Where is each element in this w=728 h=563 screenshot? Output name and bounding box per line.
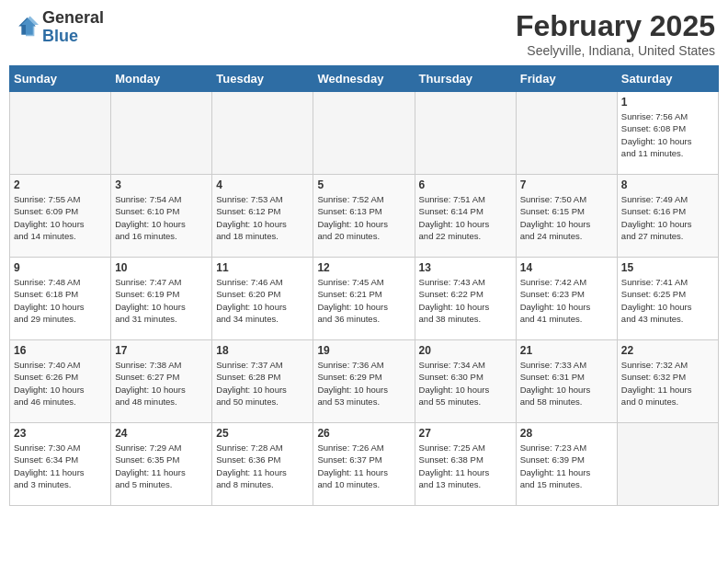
day-number: 7	[520, 178, 613, 191]
calendar-cell: 21Sunrise: 7:33 AM Sunset: 6:31 PM Dayli…	[516, 340, 617, 423]
day-number: 26	[317, 427, 410, 440]
day-number: 20	[419, 344, 512, 357]
day-header-friday: Friday	[516, 66, 617, 92]
day-info: Sunrise: 7:23 AM Sunset: 6:39 PM Dayligh…	[520, 442, 613, 490]
calendar-cell: 28Sunrise: 7:23 AM Sunset: 6:39 PM Dayli…	[516, 423, 617, 506]
calendar-cell: 25Sunrise: 7:28 AM Sunset: 6:36 PM Dayli…	[212, 423, 313, 506]
day-number: 28	[520, 427, 613, 440]
logo-text: General Blue	[42, 9, 104, 46]
day-number: 5	[317, 178, 410, 191]
calendar-cell	[617, 423, 718, 506]
day-number: 17	[115, 344, 208, 357]
day-number: 15	[621, 261, 714, 274]
calendar-cell: 26Sunrise: 7:26 AM Sunset: 6:37 PM Dayli…	[313, 423, 415, 506]
calendar-cell: 18Sunrise: 7:37 AM Sunset: 6:28 PM Dayli…	[212, 340, 313, 423]
day-header-wednesday: Wednesday	[313, 66, 415, 92]
calendar-week-1: 2Sunrise: 7:55 AM Sunset: 6:09 PM Daylig…	[10, 175, 719, 258]
day-info: Sunrise: 7:37 AM Sunset: 6:28 PM Dayligh…	[216, 359, 309, 408]
day-number: 4	[216, 178, 309, 191]
day-number: 11	[216, 261, 309, 274]
day-number: 25	[216, 427, 309, 440]
calendar-cell: 17Sunrise: 7:38 AM Sunset: 6:27 PM Dayli…	[111, 340, 212, 423]
day-info: Sunrise: 7:52 AM Sunset: 6:13 PM Dayligh…	[317, 193, 410, 242]
day-info: Sunrise: 7:33 AM Sunset: 6:31 PM Dayligh…	[520, 359, 613, 408]
day-info: Sunrise: 7:46 AM Sunset: 6:20 PM Dayligh…	[216, 276, 309, 325]
day-info: Sunrise: 7:30 AM Sunset: 6:34 PM Dayligh…	[14, 442, 107, 490]
day-number: 22	[621, 344, 714, 357]
day-info: Sunrise: 7:50 AM Sunset: 6:15 PM Dayligh…	[520, 193, 613, 242]
calendar-title: February 2025	[516, 9, 715, 43]
day-header-monday: Monday	[111, 66, 212, 92]
calendar-cell: 1Sunrise: 7:56 AM Sunset: 6:08 PM Daylig…	[617, 92, 718, 175]
day-number: 21	[520, 344, 613, 357]
calendar-cell: 19Sunrise: 7:36 AM Sunset: 6:29 PM Dayli…	[313, 340, 415, 423]
calendar-week-4: 23Sunrise: 7:30 AM Sunset: 6:34 PM Dayli…	[10, 423, 719, 506]
day-header-tuesday: Tuesday	[212, 66, 313, 92]
day-number: 19	[317, 344, 410, 357]
day-info: Sunrise: 7:48 AM Sunset: 6:18 PM Dayligh…	[14, 276, 107, 325]
day-number: 13	[419, 261, 512, 274]
calendar-cell: 15Sunrise: 7:41 AM Sunset: 6:25 PM Dayli…	[617, 258, 718, 340]
calendar-cell	[111, 92, 212, 175]
calendar-cell: 11Sunrise: 7:46 AM Sunset: 6:20 PM Dayli…	[212, 258, 313, 340]
calendar-cell: 2Sunrise: 7:55 AM Sunset: 6:09 PM Daylig…	[10, 175, 111, 258]
calendar-cell: 27Sunrise: 7:25 AM Sunset: 6:38 PM Dayli…	[415, 423, 516, 506]
day-info: Sunrise: 7:43 AM Sunset: 6:22 PM Dayligh…	[419, 276, 512, 325]
day-info: Sunrise: 7:56 AM Sunset: 6:08 PM Dayligh…	[621, 110, 714, 159]
calendar-header-row: SundayMondayTuesdayWednesdayThursdayFrid…	[10, 66, 719, 92]
calendar-cell	[10, 92, 111, 175]
day-info: Sunrise: 7:53 AM Sunset: 6:12 PM Dayligh…	[216, 193, 309, 242]
day-header-saturday: Saturday	[617, 66, 718, 92]
calendar-location: Seelyville, Indiana, United States	[516, 43, 715, 58]
calendar-week-3: 16Sunrise: 7:40 AM Sunset: 6:26 PM Dayli…	[10, 340, 719, 423]
day-header-sunday: Sunday	[10, 66, 111, 92]
day-info: Sunrise: 7:54 AM Sunset: 6:10 PM Dayligh…	[115, 193, 208, 242]
calendar-cell: 7Sunrise: 7:50 AM Sunset: 6:15 PM Daylig…	[516, 175, 617, 258]
calendar-table: SundayMondayTuesdayWednesdayThursdayFrid…	[9, 65, 719, 506]
calendar-cell: 16Sunrise: 7:40 AM Sunset: 6:26 PM Dayli…	[10, 340, 111, 423]
day-number: 8	[621, 178, 714, 191]
calendar-cell	[313, 92, 415, 175]
day-number: 16	[14, 344, 107, 357]
calendar-week-2: 9Sunrise: 7:48 AM Sunset: 6:18 PM Daylig…	[10, 258, 719, 340]
day-number: 10	[115, 261, 208, 274]
calendar-cell: 20Sunrise: 7:34 AM Sunset: 6:30 PM Dayli…	[415, 340, 516, 423]
day-number: 14	[520, 261, 613, 274]
calendar-cell: 14Sunrise: 7:42 AM Sunset: 6:23 PM Dayli…	[516, 258, 617, 340]
day-info: Sunrise: 7:45 AM Sunset: 6:21 PM Dayligh…	[317, 276, 410, 325]
calendar-cell: 4Sunrise: 7:53 AM Sunset: 6:12 PM Daylig…	[212, 175, 313, 258]
calendar-cell	[516, 92, 617, 175]
day-number: 3	[115, 178, 208, 191]
calendar-cell: 6Sunrise: 7:51 AM Sunset: 6:14 PM Daylig…	[415, 175, 516, 258]
calendar-cell: 10Sunrise: 7:47 AM Sunset: 6:19 PM Dayli…	[111, 258, 212, 340]
day-number: 2	[14, 178, 107, 191]
day-number: 12	[317, 261, 410, 274]
day-info: Sunrise: 7:36 AM Sunset: 6:29 PM Dayligh…	[317, 359, 410, 408]
calendar-cell: 23Sunrise: 7:30 AM Sunset: 6:34 PM Dayli…	[10, 423, 111, 506]
calendar-cell: 3Sunrise: 7:54 AM Sunset: 6:10 PM Daylig…	[111, 175, 212, 258]
calendar-cell: 22Sunrise: 7:32 AM Sunset: 6:32 PM Dayli…	[617, 340, 718, 423]
day-number: 27	[419, 427, 512, 440]
day-info: Sunrise: 7:40 AM Sunset: 6:26 PM Dayligh…	[14, 359, 107, 408]
calendar-cell: 13Sunrise: 7:43 AM Sunset: 6:22 PM Dayli…	[415, 258, 516, 340]
day-number: 18	[216, 344, 309, 357]
calendar-cell: 9Sunrise: 7:48 AM Sunset: 6:18 PM Daylig…	[10, 258, 111, 340]
day-info: Sunrise: 7:49 AM Sunset: 6:16 PM Dayligh…	[621, 193, 714, 242]
day-info: Sunrise: 7:34 AM Sunset: 6:30 PM Dayligh…	[419, 359, 512, 408]
calendar-week-0: 1Sunrise: 7:56 AM Sunset: 6:08 PM Daylig…	[10, 92, 719, 175]
day-number: 23	[14, 427, 107, 440]
day-info: Sunrise: 7:42 AM Sunset: 6:23 PM Dayligh…	[520, 276, 613, 325]
calendar-cell: 5Sunrise: 7:52 AM Sunset: 6:13 PM Daylig…	[313, 175, 415, 258]
day-number: 1	[621, 96, 714, 109]
calendar-cell: 24Sunrise: 7:29 AM Sunset: 6:35 PM Dayli…	[111, 423, 212, 506]
calendar-cell	[415, 92, 516, 175]
title-block: February 2025 Seelyville, Indiana, Unite…	[516, 9, 715, 58]
calendar-cell: 8Sunrise: 7:49 AM Sunset: 6:16 PM Daylig…	[617, 175, 718, 258]
day-number: 9	[14, 261, 107, 274]
day-number: 6	[419, 178, 512, 191]
day-info: Sunrise: 7:29 AM Sunset: 6:35 PM Dayligh…	[115, 442, 208, 490]
day-info: Sunrise: 7:55 AM Sunset: 6:09 PM Dayligh…	[14, 193, 107, 242]
day-info: Sunrise: 7:41 AM Sunset: 6:25 PM Dayligh…	[621, 276, 714, 325]
day-info: Sunrise: 7:26 AM Sunset: 6:37 PM Dayligh…	[317, 442, 410, 490]
day-info: Sunrise: 7:47 AM Sunset: 6:19 PM Dayligh…	[115, 276, 208, 325]
